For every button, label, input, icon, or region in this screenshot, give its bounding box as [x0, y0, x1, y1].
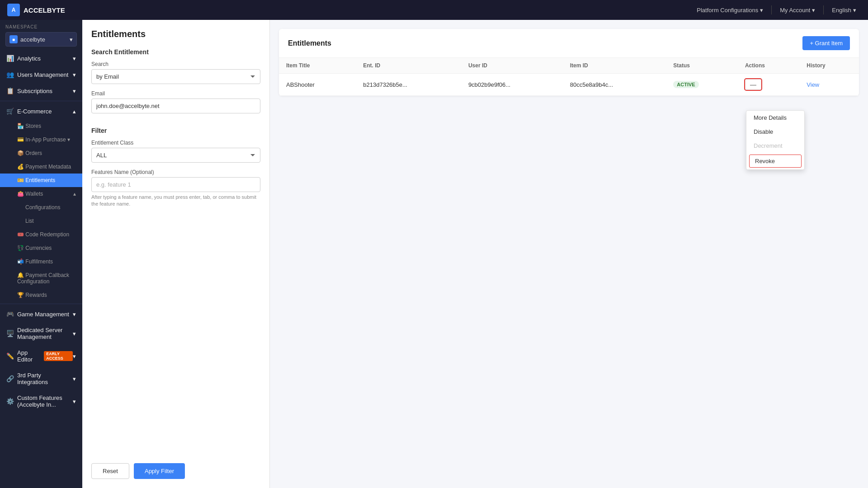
view-history-link[interactable]: View	[807, 81, 819, 88]
apply-filter-button[interactable]: Apply Filter	[134, 463, 185, 479]
sidebar-users-label: Users Management	[17, 71, 68, 78]
entitlement-class-select[interactable]: ALL APP ENTITLEMENT CODE SUBSCRIPTION	[91, 148, 260, 163]
search-form-group: Search by Email by User ID by Item ID	[91, 61, 260, 84]
app-layout: NAMESPACE ■ accelbyte ▾ 📊 Analytics ▾ 👥 …	[0, 20, 868, 488]
sidebar-item-in-app-purchase[interactable]: 💳 In-App Purchase ▾	[0, 133, 82, 146]
sidebar-item-game-management[interactable]: 🎮 Game Management ▾	[0, 306, 82, 322]
sidebar-item-ecommerce[interactable]: 🛒 E-Commerce ▴	[0, 103, 82, 119]
sidebar-item-custom-features[interactable]: ⚙️ Custom Features (Accelbyte In... ▾	[0, 390, 82, 413]
namespace-section: NAMESPACE ■ accelbyte ▾	[0, 20, 82, 50]
sidebar-item-3rd-party[interactable]: 🔗 3rd Party Integrations ▾	[0, 367, 82, 390]
table-row: ABShooter b213d7326b5e... 9cb02b9e9f06..…	[279, 74, 859, 96]
stores-icon: 🏪	[17, 123, 25, 129]
features-name-input[interactable]	[91, 177, 260, 192]
features-name-form-group: Features Name (Optional) After typing a …	[91, 169, 260, 208]
platform-configurations-button[interactable]: Platform Configurations ▾	[692, 4, 768, 16]
chevron-icon-users: ▾	[73, 71, 76, 78]
navbar-divider	[771, 5, 772, 14]
entitlements-icon: 🎫	[17, 177, 25, 183]
sidebar-ecommerce-label: E-Commerce	[17, 108, 52, 115]
sidebar-item-fulfillments[interactable]: 📬 Fulfillments	[0, 255, 82, 268]
navbar-divider-2	[823, 5, 824, 14]
sidebar-3rd-party-label: 3rd Party Integrations	[17, 372, 73, 385]
sidebar-item-configurations[interactable]: Configurations	[0, 201, 82, 214]
code-redemption-icon: 🎟️	[17, 231, 25, 238]
chevron-icon-ae: ▾	[73, 353, 76, 360]
sidebar-currencies-label: Currencies	[25, 245, 52, 251]
dropdown-revoke[interactable]: Revoke	[749, 155, 802, 168]
actions-menu-button[interactable]: —	[745, 79, 761, 90]
dropdown-decrement: Decrement	[746, 139, 804, 153]
grant-item-button[interactable]: + Grant Item	[802, 36, 850, 50]
features-hint-text: After typing a feature name, you must pr…	[91, 194, 260, 208]
payment-callback-icon: 🔔	[17, 272, 25, 278]
language-label: English	[832, 7, 851, 14]
filter-section-title: Filter	[91, 127, 260, 134]
language-button[interactable]: English ▾	[827, 4, 861, 16]
cell-item-id: 80cc5e8a9b4c...	[563, 74, 666, 96]
subscriptions-icon: 📋	[6, 87, 14, 94]
col-actions: Actions	[738, 58, 799, 74]
section-divider-2	[0, 304, 82, 304]
wallets-icon: 👛	[17, 191, 25, 197]
right-panel: Entitlements + Grant Item Item Title Ent…	[270, 20, 868, 488]
email-form-group: Email	[91, 90, 260, 113]
sidebar-item-rewards[interactable]: 🏆 Rewards	[0, 288, 82, 302]
dropdown-disable[interactable]: Disable	[746, 125, 804, 139]
app-editor-icon: ✏️	[6, 352, 14, 360]
sidebar-item-subscriptions[interactable]: 📋 Subscriptions ▾	[0, 83, 82, 99]
search-select[interactable]: by Email by User ID by Item ID	[91, 69, 260, 84]
chevron-icon-ds: ▾	[73, 330, 76, 337]
sidebar-app-editor-label: App Editor	[17, 349, 38, 363]
logo-icon: A	[7, 4, 20, 16]
sidebar-payment-callback-label: Payment Callback Configuration	[17, 272, 69, 285]
dedicated-server-icon: 🖥️	[6, 330, 14, 337]
email-input[interactable]	[91, 99, 260, 113]
my-account-button[interactable]: My Account ▾	[775, 4, 820, 16]
dropdown-more-details[interactable]: More Details	[746, 111, 804, 125]
sidebar-item-list[interactable]: List	[0, 214, 82, 228]
sidebar-item-users-management[interactable]: 👥 Users Management ▾	[0, 66, 82, 83]
search-section-title: Search Entitlement	[91, 48, 260, 56]
entitlement-class-form-group: Entitlement Class ALL APP ENTITLEMENT CO…	[91, 140, 260, 163]
page-title: Entitlements	[91, 29, 260, 39]
col-history: History	[799, 58, 859, 74]
navbar-brand-text: ACCELBYTE	[24, 6, 65, 14]
sidebar-item-dedicated-server[interactable]: 🖥️ Dedicated Server Management ▾	[0, 322, 82, 345]
namespace-label: NAMESPACE	[5, 24, 77, 29]
chevron-icon-ecommerce: ▴	[73, 108, 76, 115]
analytics-icon: 📊	[6, 55, 14, 62]
sidebar-item-stores[interactable]: 🏪 Stores	[0, 119, 82, 133]
table-title: Entitlements	[288, 39, 331, 47]
search-label: Search	[91, 61, 260, 67]
chevron-down-icon: ▾	[760, 7, 763, 14]
sidebar-item-payment-callback[interactable]: 🔔 Payment Callback Configuration	[0, 268, 82, 288]
ecommerce-icon: 🛒	[6, 108, 14, 115]
sidebar-item-app-editor[interactable]: ✏️ App Editor EARLY ACCESS ▾	[0, 345, 82, 367]
reset-button[interactable]: Reset	[91, 463, 129, 479]
sidebar-item-code-redemption[interactable]: 🎟️ Code Redemption	[0, 228, 82, 241]
email-label: Email	[91, 90, 260, 97]
namespace-select-inner: ■ accelbyte	[9, 35, 45, 43]
chevron-down-icon-3: ▾	[853, 7, 856, 14]
sidebar-payment-metadata-label: Payment Metadata	[25, 164, 71, 170]
iap-icon: 💳	[17, 136, 25, 143]
col-item-title: Item Title	[279, 58, 356, 74]
sidebar-item-analytics[interactable]: 📊 Analytics ▾	[0, 50, 82, 66]
entitlements-table: Item Title Ent. ID User ID Item ID Statu…	[279, 58, 859, 96]
navbar-right: Platform Configurations ▾ My Account ▾ E…	[692, 4, 861, 16]
bottom-buttons: Reset Apply Filter	[91, 454, 260, 479]
sidebar-analytics-label: Analytics	[17, 55, 41, 62]
table-container: Entitlements + Grant Item Item Title Ent…	[279, 29, 859, 96]
table-head: Item Title Ent. ID User ID Item ID Statu…	[279, 58, 859, 74]
sidebar-item-entitlements[interactable]: 🎫 Entitlements	[0, 174, 82, 187]
chevron-icon-iap: ▾	[67, 136, 70, 143]
sidebar-item-currencies[interactable]: 💱 Currencies	[0, 241, 82, 255]
sidebar-item-orders[interactable]: 📦 Orders	[0, 146, 82, 160]
namespace-select[interactable]: ■ accelbyte ▾	[5, 32, 77, 47]
sidebar-subscriptions-label: Subscriptions	[17, 88, 52, 94]
namespace-value: accelbyte	[20, 36, 45, 43]
sidebar-item-payment-metadata[interactable]: 💰 Payment Metadata	[0, 160, 82, 174]
namespace-icon: ■	[9, 35, 18, 43]
sidebar-item-wallets[interactable]: 👛 Wallets ▴	[0, 187, 82, 201]
